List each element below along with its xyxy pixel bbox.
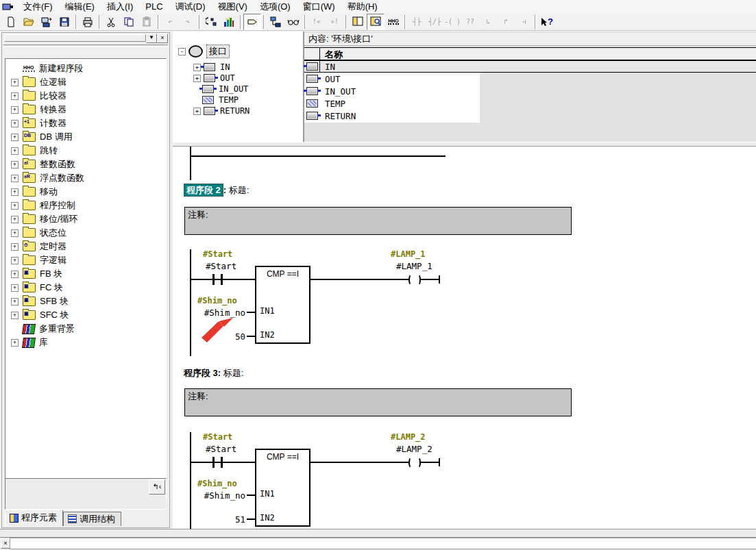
close-branch-button[interactable]: ↱ — [497, 14, 515, 30]
open-button[interactable] — [20, 14, 38, 30]
menu-plc[interactable]: PLC — [139, 1, 169, 12]
contact-bar[interactable] — [212, 274, 215, 285]
tree-item-db-call[interactable]: DB 调用 — [5, 130, 166, 144]
tab-call-structure[interactable]: 调用结构 — [63, 512, 121, 526]
menu-options[interactable]: 选项(O) — [254, 0, 297, 14]
tree-item-counter[interactable]: 计数器 — [5, 116, 166, 130]
expand-icon[interactable] — [11, 229, 19, 237]
tree-item-fb-blocks[interactable]: FB 块 — [5, 267, 166, 281]
insert-contact-nc-button[interactable]: ┤/├ — [426, 14, 443, 30]
save-download-button[interactable] — [38, 14, 56, 30]
network-2-title[interactable]: 程序段 2: 标题: — [184, 184, 249, 197]
next-error-button[interactable]: »! — [326, 14, 343, 30]
menu-debug[interactable]: 调试(D) — [169, 0, 212, 14]
output-splitter[interactable] — [0, 529, 756, 538]
table-row-in[interactable]: IN — [304, 60, 756, 73]
interface-item-return[interactable]: RETURN — [193, 105, 249, 116]
expand-icon[interactable] — [11, 147, 19, 155]
name-column-header[interactable]: 名称 — [325, 49, 343, 61]
palette-menu-button[interactable] — [146, 34, 157, 43]
tree-item-timers[interactable]: 定时器 — [5, 240, 166, 253]
interface-item-in-out[interactable]: IN_OUT — [202, 84, 248, 95]
expand-icon[interactable] — [193, 75, 201, 82]
overview-window-button[interactable] — [367, 14, 385, 30]
open-branch-button[interactable]: ↳ — [479, 14, 497, 30]
tree-item-move[interactable]: 移动 — [5, 185, 166, 199]
expand-icon[interactable] — [11, 106, 19, 114]
tree-item-integer-functions[interactable]: 整数函数 — [5, 158, 166, 171]
context-help-button[interactable]: ? — [538, 14, 556, 30]
compare-box[interactable]: CMP ==I IN1 IN2 — [255, 266, 310, 344]
expand-icon[interactable] — [11, 271, 19, 278]
redo-button[interactable]: ↷ — [179, 14, 197, 30]
close-icon[interactable] — [1, 539, 10, 549]
expand-icon[interactable] — [11, 188, 19, 196]
symbol-information-toggle[interactable] — [243, 14, 261, 30]
rung-end-button[interactable]: ⊣ — [515, 14, 533, 30]
network-2-comment[interactable]: 注释: — [184, 207, 572, 235]
tree-item-new-network[interactable]: 新建程序段 — [5, 62, 166, 75]
contact-bar[interactable] — [221, 274, 223, 285]
coil-operand[interactable]: #LAMP_2 — [396, 444, 432, 454]
split-window-button[interactable] — [349, 14, 367, 30]
in1-operand[interactable]: #Shim_no — [197, 490, 245, 501]
expand-icon[interactable] — [11, 339, 19, 347]
tree-item-comparator[interactable]: 比较器 — [5, 89, 166, 103]
declaration-code-splitter[interactable] — [173, 142, 756, 147]
contact-operand[interactable]: #Start — [206, 444, 236, 454]
palette-gripper[interactable] — [4, 34, 146, 42]
compare-box[interactable]: CMP ==I IN1 IN2 — [255, 449, 310, 527]
network-3-comment[interactable]: 注释: — [184, 388, 572, 416]
expand-icon[interactable] — [11, 216, 19, 223]
tab-program-elements[interactable]: 程序元素 — [5, 510, 63, 526]
table-row-temp[interactable]: TEMP — [304, 97, 756, 110]
coil[interactable] — [415, 457, 421, 468]
tree-item-word-logic[interactable]: 字逻辑 — [5, 253, 166, 267]
collapse-icon[interactable] — [178, 48, 186, 55]
network-title-suffix[interactable]: 标题: — [223, 368, 244, 378]
tree-item-status-bits[interactable]: 状态位 — [5, 226, 166, 240]
expand-icon[interactable] — [11, 312, 19, 319]
expand-icon[interactable] — [11, 120, 19, 127]
insert-empty-box-button[interactable]: ?? — [461, 14, 479, 30]
expand-icon[interactable] — [11, 161, 19, 168]
symbol-selection-button[interactable] — [267, 14, 284, 30]
table-row-out[interactable]: OUT — [304, 73, 756, 85]
expand-icon[interactable] — [11, 134, 19, 141]
in2-operand[interactable]: 51 — [197, 514, 245, 525]
undo-button[interactable]: ↶ — [161, 14, 179, 30]
interface-item-in[interactable]: IN — [193, 62, 230, 73]
tree-item-float-functions[interactable]: 浮点数函数 — [5, 171, 166, 185]
tree-item-program-control[interactable]: 程序控制 — [5, 199, 166, 212]
tree-item-multi-instance[interactable]: 多重背景 — [5, 322, 166, 336]
tree-item-sfb-blocks[interactable]: SFB 块 — [5, 295, 166, 308]
expand-icon[interactable] — [11, 92, 19, 100]
table-row-return[interactable]: RETURN — [304, 110, 756, 122]
copy-button[interactable] — [120, 14, 138, 30]
previous-error-button[interactable]: !« — [308, 14, 326, 30]
contact-operand[interactable]: #Start — [206, 261, 236, 271]
menu-insert[interactable]: 插入(I) — [101, 0, 139, 14]
menu-help[interactable]: 帮助(H) — [341, 0, 384, 14]
contact-bar[interactable] — [221, 457, 223, 468]
interface-item-temp[interactable]: TEMP — [202, 95, 239, 105]
tree-item-bit-logic[interactable]: 位逻辑 — [5, 75, 166, 89]
expand-icon[interactable] — [11, 243, 19, 251]
monitor-variables-button[interactable] — [220, 14, 238, 30]
tree-item-converter[interactable]: 转换器 — [5, 103, 166, 116]
menu-view[interactable]: 视图(V) — [212, 0, 254, 14]
coil[interactable] — [409, 274, 414, 286]
tree-item-sfc-blocks[interactable]: SFC 块 — [5, 308, 166, 322]
paste-button[interactable] — [138, 14, 156, 30]
insert-coil-button[interactable]: -( ) — [443, 14, 461, 30]
network-title-suffix[interactable]: 标题: — [229, 185, 249, 195]
network-2-title-highlight[interactable]: 程序段 2 — [184, 184, 223, 197]
expand-icon[interactable] — [11, 284, 19, 292]
menu-edit[interactable]: 编辑(E) — [59, 0, 101, 14]
monitor-on-off-button[interactable] — [284, 14, 302, 30]
expand-icon[interactable] — [11, 175, 19, 182]
palette-close-button[interactable] — [157, 34, 168, 43]
cut-button[interactable] — [102, 14, 120, 30]
contact-bar[interactable] — [212, 457, 215, 468]
network-3-title[interactable]: 程序段 3: 标题: — [184, 367, 243, 379]
